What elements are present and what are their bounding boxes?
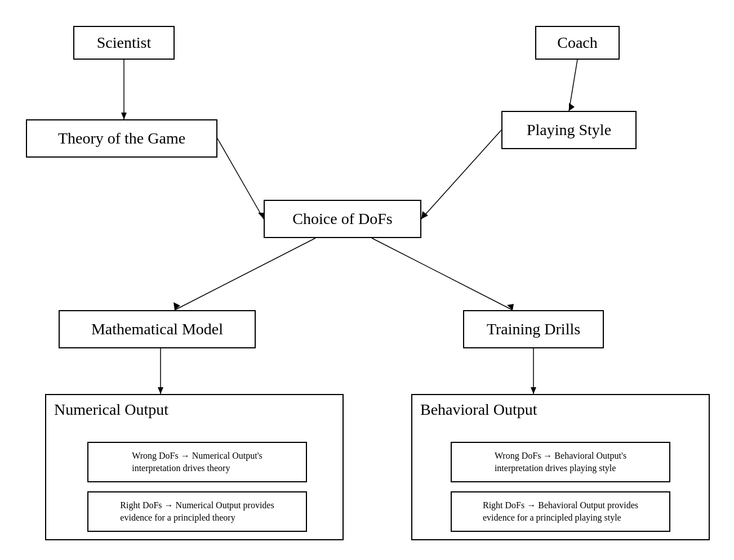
scientist-label: Scientist xyxy=(97,34,151,52)
svg-line-10 xyxy=(372,238,513,310)
wrong-num-label: Wrong DoFs → Numerical Output'sinterpret… xyxy=(132,450,263,475)
theory-label: Theory of the Game xyxy=(58,129,185,147)
training-drills-box: Training Drills xyxy=(463,310,604,348)
svg-marker-7 xyxy=(421,211,428,219)
scientist-box: Scientist xyxy=(73,26,175,60)
choice-dofs-label: Choice of DoFs xyxy=(292,210,392,228)
numerical-output-label: Numerical Output xyxy=(54,401,168,419)
playing-style-box: Playing Style xyxy=(501,111,637,149)
right-num-box: Right DoFs → Numerical Output providesev… xyxy=(87,491,307,532)
svg-line-4 xyxy=(217,138,264,219)
right-num-label: Right DoFs → Numerical Output providesev… xyxy=(120,499,274,525)
svg-marker-15 xyxy=(531,387,536,394)
svg-marker-1 xyxy=(121,113,127,119)
math-model-box: Mathematical Model xyxy=(59,310,256,348)
svg-marker-9 xyxy=(174,302,180,310)
coach-box: Coach xyxy=(535,26,620,60)
wrong-num-box: Wrong DoFs → Numerical Output'sinterpret… xyxy=(87,442,307,482)
right-beh-box: Right DoFs → Behavioral Output providese… xyxy=(451,491,670,532)
behavioral-output-label: Behavioral Output xyxy=(420,401,537,419)
svg-line-6 xyxy=(421,130,501,219)
training-drills-label: Training Drills xyxy=(487,320,580,338)
math-model-label: Mathematical Model xyxy=(91,320,223,338)
svg-marker-13 xyxy=(158,387,163,394)
wrong-beh-label: Wrong DoFs → Behavioral Output'sinterpre… xyxy=(495,450,626,475)
svg-marker-11 xyxy=(507,304,514,310)
svg-line-2 xyxy=(569,60,577,111)
right-beh-label: Right DoFs → Behavioral Output providese… xyxy=(483,499,638,525)
coach-label: Coach xyxy=(557,34,598,52)
theory-box: Theory of the Game xyxy=(26,119,217,158)
svg-line-8 xyxy=(175,238,315,310)
svg-marker-3 xyxy=(569,103,575,111)
playing-style-label: Playing Style xyxy=(527,121,611,139)
wrong-beh-box: Wrong DoFs → Behavioral Output'sinterpre… xyxy=(451,442,670,482)
diagram: Scientist Coach Theory of the Game Playi… xyxy=(0,0,734,560)
choice-dofs-box: Choice of DoFs xyxy=(264,200,421,238)
